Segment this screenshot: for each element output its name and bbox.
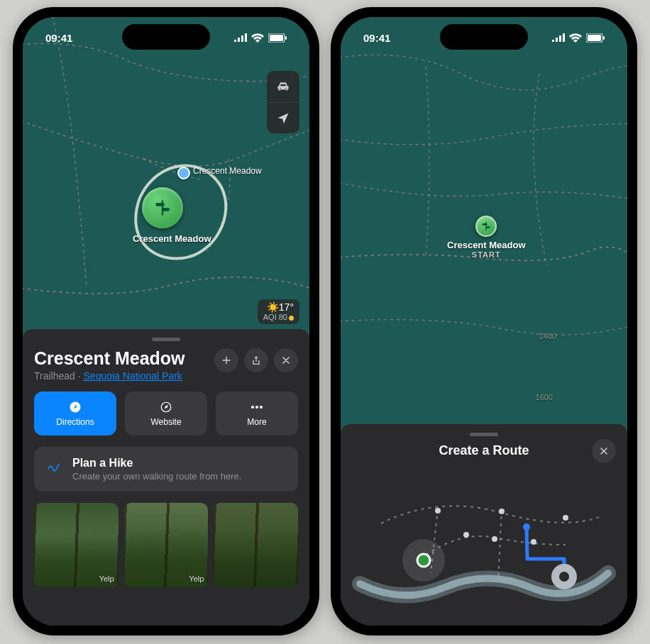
start-pin[interactable] (475, 216, 497, 237)
cellular-icon (552, 33, 565, 42)
svg-point-19 (417, 554, 430, 567)
screen-left: 09:41 (23, 17, 309, 626)
svg-point-16 (531, 539, 536, 545)
directions-button[interactable]: Directions (34, 392, 116, 435)
wifi-icon (251, 33, 264, 43)
share-icon (250, 355, 262, 366)
share-button[interactable] (244, 348, 268, 372)
status-right (234, 33, 287, 43)
photo-1[interactable]: Yelp (34, 503, 119, 587)
place-sheet[interactable]: Crescent Meadow Trailhead · Sequoia Nati… (23, 329, 309, 626)
screen-right: 09:41 1400 1600 Cres (341, 17, 627, 626)
start-label: Crescent Meadow START (447, 240, 526, 259)
status-time: 09:41 (363, 32, 390, 44)
svg-point-17 (523, 523, 530, 531)
status-right (552, 33, 605, 43)
svg-point-6 (255, 406, 258, 409)
sun-icon: ☀️ (267, 301, 279, 313)
svg-point-11 (435, 508, 441, 513)
poi-label: Crescent Meadow (193, 166, 262, 176)
plan-title: Plan a Hike (72, 457, 241, 470)
battery-icon (268, 33, 287, 43)
poi-pin-small (177, 167, 190, 179)
sheet-handle[interactable] (470, 433, 498, 436)
compass-icon (159, 400, 173, 414)
car-icon (275, 79, 291, 94)
phone-right: 09:41 1400 1600 Cres (331, 7, 637, 635)
plan-subtitle: Create your own walking route from here. (72, 471, 241, 482)
svg-point-5 (251, 406, 254, 409)
photo-row: Yelp Yelp (34, 503, 298, 587)
park-link[interactable]: Sequoia National Park (84, 370, 182, 382)
signpost-icon (480, 221, 492, 232)
hike-icon (45, 457, 62, 472)
close-icon (599, 446, 609, 456)
plan-hike-card[interactable]: Plan a Hike Create your own walking rout… (34, 447, 298, 492)
svg-rect-10 (603, 36, 605, 40)
close-sheet-button[interactable] (274, 348, 298, 372)
more-icon (250, 400, 264, 414)
locate-button[interactable] (267, 102, 299, 133)
add-button[interactable] (214, 348, 238, 372)
start-sublabel: START (447, 250, 526, 259)
sheet-header: Crescent Meadow Trailhead · Sequoia Nati… (34, 348, 298, 382)
svg-point-15 (492, 536, 497, 542)
weather-temp: ☀️17° (263, 302, 294, 313)
weather-aqi: AQI 80 (263, 313, 294, 321)
more-button[interactable]: More (216, 392, 298, 435)
route-sheet[interactable]: Create a Route (341, 424, 627, 626)
route-illustration (352, 474, 616, 616)
route-sheet-title: Create a Route (439, 443, 529, 458)
sheet-handle[interactable] (152, 338, 180, 341)
photo-3[interactable] (214, 503, 298, 587)
dynamic-island (122, 24, 210, 50)
photo-credit: Yelp (189, 574, 204, 583)
signpost-icon (153, 198, 172, 218)
svg-point-13 (563, 515, 568, 521)
status-time: 09:41 (45, 32, 72, 44)
dynamic-island (440, 24, 528, 50)
aqi-dot (289, 316, 294, 321)
website-button[interactable]: Website (125, 392, 207, 435)
trailhead-label: Crescent Meadow (133, 233, 211, 244)
wifi-icon (569, 33, 582, 43)
photo-2[interactable]: Yelp (124, 503, 209, 587)
svg-rect-1 (270, 35, 283, 41)
plus-icon (221, 355, 232, 366)
directions-icon (68, 400, 82, 414)
cellular-icon (234, 33, 247, 42)
elevation-2: 1600 (536, 393, 553, 401)
close-icon (281, 355, 291, 365)
elevation-1: 1400 (539, 332, 556, 340)
svg-point-7 (260, 406, 263, 409)
close-route-button[interactable] (592, 439, 616, 463)
layers-button[interactable] (267, 71, 299, 102)
svg-rect-2 (285, 36, 287, 40)
svg-point-21 (559, 572, 569, 582)
place-title: Crescent Meadow (34, 348, 209, 369)
phone-left: 09:41 (13, 7, 319, 635)
svg-point-14 (463, 532, 469, 538)
svg-point-12 (499, 509, 505, 514)
route-sheet-header: Create a Route (352, 443, 616, 458)
action-buttons: Directions Website More (34, 392, 298, 435)
place-subtitle: Trailhead · Sequoia National Park (34, 370, 209, 382)
map-controls (267, 71, 299, 133)
weather-badge[interactable]: ☀️17° AQI 80 (258, 299, 299, 324)
photo-credit: Yelp (99, 574, 114, 583)
location-arrow-icon (276, 111, 290, 126)
battery-icon (586, 33, 605, 43)
trailhead-pin[interactable] (142, 187, 183, 228)
svg-rect-9 (588, 35, 601, 41)
